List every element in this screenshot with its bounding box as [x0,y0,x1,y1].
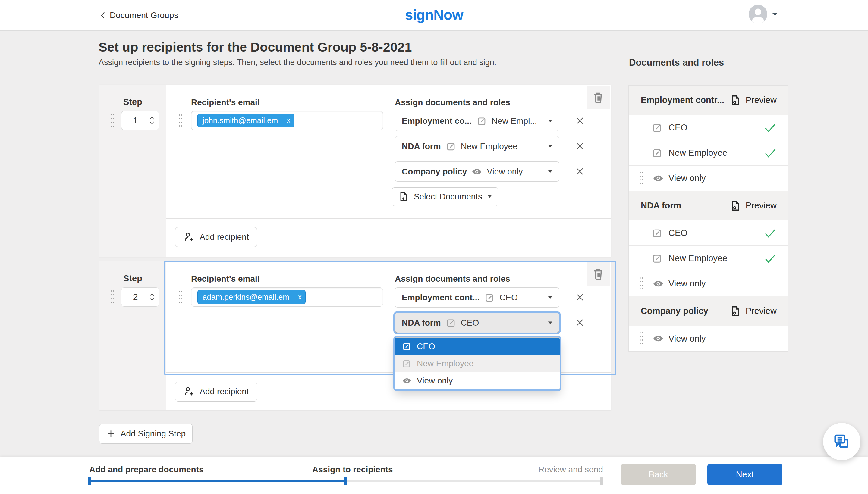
add-recipient-button[interactable]: Add recipient [175,382,257,401]
step-number-spin-buttons[interactable] [149,293,154,301]
preview-button[interactable]: Preview [730,305,777,317]
doc-role-row-employment[interactable]: Employment co... New Empl... [395,111,559,131]
remove-doc-row-icon[interactable] [574,292,585,303]
assigned-check-icon [764,228,777,239]
preview-button[interactable]: Preview [730,200,777,212]
caret-down-icon [547,296,553,299]
remove-doc-row-icon[interactable] [574,317,585,328]
step-number-stepper[interactable]: 1 [121,111,159,130]
remove-doc-row-icon[interactable] [574,141,585,152]
delete-step-button[interactable] [587,262,610,286]
add-signing-step-label: Add Signing Step [121,429,186,439]
preview-document-icon [730,305,741,317]
panel-role-row: New Employee [629,246,788,271]
role-label: New Employee [668,148,727,158]
progress-track-done [89,479,345,482]
caret-down-icon [547,321,553,325]
next-button[interactable]: Next [707,464,782,485]
doc-role-row-nda-focused[interactable]: NDA form CEO [395,313,559,333]
remove-doc-row-icon[interactable] [574,166,585,177]
add-recipient-person-icon [183,386,195,397]
select-documents-button[interactable]: Select Documents [392,187,498,206]
remove-doc-row-icon[interactable] [574,115,585,126]
email-chip: adam.perkins@email.em x [198,290,306,304]
progress-tick-current [344,477,347,484]
assigned-check-icon [764,148,777,158]
step-drag-handle-icon[interactable] [110,289,115,305]
account-menu[interactable] [749,5,778,23]
assigned-check-icon [764,122,777,133]
role-option-view-only[interactable]: View only [395,372,560,389]
select-documents-icon [398,191,409,202]
role-label: View only [668,173,706,183]
role-option-new-employee[interactable]: New Employee [395,355,560,372]
preview-label: Preview [746,306,777,316]
step-number-stepper[interactable]: 2 [121,287,159,307]
recipient-drag-handle-icon[interactable] [179,113,183,128]
role-option-ceo[interactable]: CEO [395,338,560,355]
drag-handle-icon[interactable] [639,171,644,186]
progress-step-label-3: Review and send [538,465,603,474]
assigned-check-icon [764,253,777,264]
caret-down-icon [547,170,553,173]
edit-role-icon [652,227,663,239]
panel-view-only-row: View only [629,166,788,191]
step-increment-icon[interactable] [149,117,154,120]
plus-icon [106,429,116,439]
back-to-document-groups-link[interactable]: Document Groups [99,0,178,31]
role-name: New Employee [461,141,517,151]
preview-label: Preview [746,201,777,211]
step-drag-handle-icon[interactable] [110,112,115,129]
email-chip-remove-icon[interactable]: x [283,114,294,127]
top-bar: Document Groups signNow [0,0,868,31]
role-dropdown-menu: CEO New Employee View only [395,337,560,390]
view-only-eye-icon [652,278,664,290]
panel-view-only-row: View only [629,326,788,351]
add-recipient-label: Add recipient [200,232,248,242]
edit-role-icon [402,358,412,369]
step-number-spin-buttons[interactable] [149,117,154,125]
delete-step-button[interactable] [587,86,610,109]
avatar [749,5,767,23]
step-increment-icon[interactable] [149,293,154,297]
documents-and-roles-panel: Employment contr... Preview CEO New Empl… [628,85,788,352]
edit-role-icon [652,253,663,264]
signing-step-card-2: Step 2 Recipient's email Assign document… [99,261,611,410]
add-recipient-person-icon [183,231,195,243]
email-chip-remove-icon[interactable]: x [294,290,305,304]
drag-handle-icon[interactable] [639,276,644,291]
recipient-drag-handle-icon[interactable] [179,290,183,305]
add-recipient-button[interactable]: Add recipient [175,227,257,247]
caret-down-icon [547,119,553,123]
help-chat-button[interactable] [823,423,861,460]
signnow-logo: signNow [405,7,463,23]
doc-role-row-employment[interactable]: Employment cont... CEO [395,287,559,307]
drag-handle-icon[interactable] [639,331,644,346]
page-title: Set up recipients for the Document Group… [98,40,412,55]
add-recipient-label: Add recipient [200,387,248,396]
view-only-eye-icon [652,332,664,345]
recipient-email-input[interactable]: adam.perkins@email.em x [191,287,383,307]
progress-tick-end [601,477,603,484]
panel-role-row: CEO [629,115,788,140]
step-decrement-icon[interactable] [149,121,154,125]
progress-step-label-1: Add and prepare documents [89,465,204,474]
progress-tick-start [88,477,91,484]
role-label: New Employee [668,253,727,263]
doc-name: Company policy [402,167,467,176]
doc-name: Employment cont... [402,293,480,302]
back-button[interactable]: Back [621,464,696,485]
step-number-value: 2 [122,292,149,302]
preview-button[interactable]: Preview [730,94,777,106]
documents-and-roles-title: Documents and roles [629,57,724,68]
account-caret-down-icon [772,12,778,16]
bottom-progress-bar: Add and prepare documents Assign to reci… [0,457,868,494]
progress-step-label-2: Assign to recipients [312,465,393,474]
step-decrement-icon[interactable] [149,298,154,301]
role-name: New Empl... [492,116,537,126]
add-signing-step-button[interactable]: Add Signing Step [99,424,192,444]
doc-role-row-company-policy[interactable]: Company policy View only [395,162,559,182]
doc-role-row-nda[interactable]: NDA form New Employee [395,136,559,156]
select-documents-label: Select Documents [414,192,482,202]
recipient-email-input[interactable]: john.smith@email.em x [191,111,383,130]
